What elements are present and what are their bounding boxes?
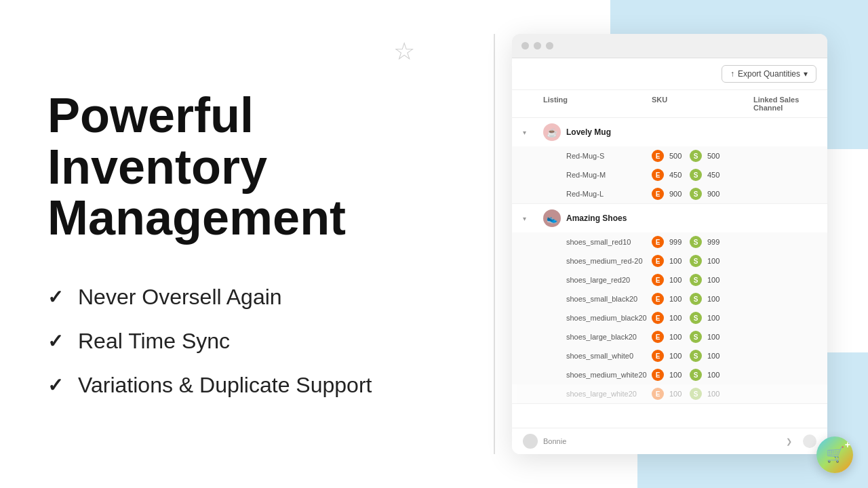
channel-cell-2-8: E 100 S 100 bbox=[652, 369, 816, 381]
product-name-cell-2: 👟 Amazing Shoes bbox=[543, 209, 652, 227]
etsy-icon-2-9: E bbox=[652, 388, 664, 400]
sku-row-2-3: shoes_large_red20 E 100 S 100 bbox=[512, 270, 827, 289]
channel-cell-2-4: E 100 S 100 bbox=[652, 293, 816, 305]
cart-fab[interactable]: 🛒 + bbox=[816, 436, 853, 473]
sku-text-2-7: shoes_small_white0 bbox=[543, 352, 652, 360]
etsy-qty-2-6: 100 bbox=[669, 333, 686, 341]
product-group-1: ▾ ☕ Lovely Mug Red-Mug-S E bbox=[512, 118, 827, 204]
sku-row-2-7: shoes_small_white0 E 100 S 100 bbox=[512, 346, 827, 365]
etsy-qty-2-2: 100 bbox=[669, 257, 686, 265]
sku-row-2-2: shoes_medium_red-20 E 100 S 100 bbox=[512, 251, 827, 270]
table-header: Listing SKU Linked Sales Channel bbox=[512, 90, 827, 118]
sku-row-2-4: shoes_small_black20 E 100 S 100 bbox=[512, 289, 827, 308]
export-icon: ↑ bbox=[730, 69, 734, 79]
channel-cell-2-3: E 100 S 100 bbox=[652, 274, 816, 286]
export-label: Export Quantities bbox=[738, 69, 800, 79]
browser-content: ↑ Export Quantities ▾ Listing SKU Linked… bbox=[512, 58, 827, 454]
sku-text-1-2: Red-Mug-M bbox=[543, 171, 652, 179]
etsy-icon-2-4: E bbox=[652, 293, 664, 305]
sku-text-2-3: shoes_large_red20 bbox=[543, 276, 652, 284]
shopify-icon-2-3: S bbox=[690, 274, 702, 286]
shopify-qty-2-4: 100 bbox=[707, 295, 724, 303]
shopify-icon-2-7: S bbox=[690, 350, 702, 362]
shopify-qty-1-1: 500 bbox=[707, 152, 724, 160]
etsy-qty-2-7: 100 bbox=[669, 352, 686, 360]
feature-text-1: Never Oversell Again bbox=[78, 285, 282, 310]
vertical-divider bbox=[494, 34, 495, 454]
channel-cell-2-1: E 999 S 999 bbox=[652, 236, 816, 248]
browser-dot-1 bbox=[521, 42, 529, 49]
sku-text-2-8: shoes_medium_white20 bbox=[543, 371, 652, 379]
etsy-icon-1-1: E bbox=[652, 150, 664, 162]
product-name-cell-1: ☕ Lovely Mug bbox=[543, 123, 652, 141]
etsy-qty-2-3: 100 bbox=[669, 276, 686, 284]
sku-text-2-2: shoes_medium_red-20 bbox=[543, 257, 652, 265]
main-title: Powerful Inventory Management bbox=[47, 90, 454, 244]
export-button[interactable]: ↑ Export Quantities ▾ bbox=[722, 65, 816, 83]
etsy-qty-2-9: 100 bbox=[669, 390, 686, 398]
product-name-1: Lovely Mug bbox=[566, 127, 611, 137]
etsy-icon-2-1: E bbox=[652, 236, 664, 248]
sku-row-2-8: shoes_medium_white20 E 100 S 100 bbox=[512, 365, 827, 384]
checkmark-2: ✓ bbox=[47, 330, 63, 352]
sku-row-2-6: shoes_large_black20 E 100 S 100 bbox=[512, 327, 827, 346]
etsy-icon-2-3: E bbox=[652, 274, 664, 286]
channel-cell-2-6: E 100 S 100 bbox=[652, 331, 816, 343]
features-list: ✓ Never Oversell Again ✓ Real Time Sync … bbox=[47, 285, 454, 398]
export-arrow: ▾ bbox=[804, 69, 808, 79]
sku-text-2-6: shoes_large_black20 bbox=[543, 333, 652, 341]
sku-text-2-4: shoes_small_black20 bbox=[543, 295, 652, 303]
etsy-qty-2-1: 999 bbox=[669, 238, 686, 246]
shopify-qty-2-7: 100 bbox=[707, 352, 724, 360]
product-row-2: ▾ 👟 Amazing Shoes bbox=[512, 204, 827, 232]
shopify-qty-2-2: 100 bbox=[707, 257, 724, 265]
sku-row-2-9: shoes_large_white20 E 100 S 100 bbox=[512, 384, 827, 403]
browser-titlebar bbox=[512, 34, 827, 58]
feature-item-1: ✓ Never Oversell Again bbox=[47, 285, 454, 310]
sku-text-2-1: shoes_small_red10 bbox=[543, 238, 652, 246]
shopify-qty-2-8: 100 bbox=[707, 371, 724, 379]
inventory-table: ▾ ☕ Lovely Mug Red-Mug-S E bbox=[512, 118, 827, 428]
browser-dot-3 bbox=[546, 42, 553, 49]
channel-cell-2-5: E 100 S 100 bbox=[652, 312, 816, 324]
etsy-qty-2-8: 100 bbox=[669, 371, 686, 379]
shopify-qty-2-1: 999 bbox=[707, 238, 724, 246]
feature-text-2: Real Time Sync bbox=[78, 329, 230, 354]
sku-text-2-5: shoes_medium_black20 bbox=[543, 314, 652, 322]
sku-row-2-5: shoes_medium_black20 E 100 S 100 bbox=[512, 308, 827, 327]
shopify-icon-2-4: S bbox=[690, 293, 702, 305]
channel-cell-2-7: E 100 S 100 bbox=[652, 350, 816, 362]
shopify-icon-1-1: S bbox=[690, 150, 702, 162]
expand-1[interactable]: ▾ bbox=[523, 129, 543, 136]
col-channel: Linked Sales Channel bbox=[753, 96, 816, 112]
shopify-icon-2-1: S bbox=[690, 236, 702, 248]
shopify-icon-2-8: S bbox=[690, 369, 702, 381]
channel-cell-1-1: E 500 S 500 bbox=[652, 150, 816, 162]
browser-dot-2 bbox=[534, 42, 541, 49]
product-row-1: ▾ ☕ Lovely Mug bbox=[512, 118, 827, 146]
feature-text-3: Variations & Duplicate Support bbox=[78, 373, 372, 398]
shopify-icon-1-2: S bbox=[690, 169, 702, 181]
shopify-qty-2-9: 100 bbox=[707, 390, 724, 398]
inventory-toolbar: ↑ Export Quantities ▾ bbox=[512, 58, 827, 90]
left-panel: Powerful Inventory Management ✓ Never Ov… bbox=[0, 0, 502, 488]
shopify-qty-2-5: 100 bbox=[707, 314, 724, 322]
etsy-icon-2-2: E bbox=[652, 255, 664, 267]
checkmark-3: ✓ bbox=[47, 374, 63, 396]
channel-cell-1-3: E 900 S 900 bbox=[652, 188, 816, 200]
feature-item-2: ✓ Real Time Sync bbox=[47, 329, 454, 354]
sku-text-1-3: Red-Mug-L bbox=[543, 190, 652, 198]
sku-text-2-9: shoes_large_white20 bbox=[543, 390, 652, 398]
product-group-2: ▾ 👟 Amazing Shoes shoes_small_red10 bbox=[512, 204, 827, 404]
footer-thumb bbox=[523, 434, 538, 449]
product-name-2: Amazing Shoes bbox=[566, 214, 627, 223]
expand-2[interactable]: ▾ bbox=[523, 215, 543, 222]
main-title-line1: Powerful Inventory bbox=[47, 88, 267, 194]
browser-window: ↑ Export Quantities ▾ Listing SKU Linked… bbox=[512, 34, 827, 454]
etsy-qty-1-3: 900 bbox=[669, 190, 686, 198]
shopify-icon-2-9: S bbox=[690, 388, 702, 400]
channel-cell-1-2: E 450 S 450 bbox=[652, 169, 816, 181]
shopify-qty-2-3: 100 bbox=[707, 276, 724, 284]
col-expand bbox=[523, 96, 543, 112]
table-footer: Bonnie ❯ bbox=[512, 428, 827, 454]
